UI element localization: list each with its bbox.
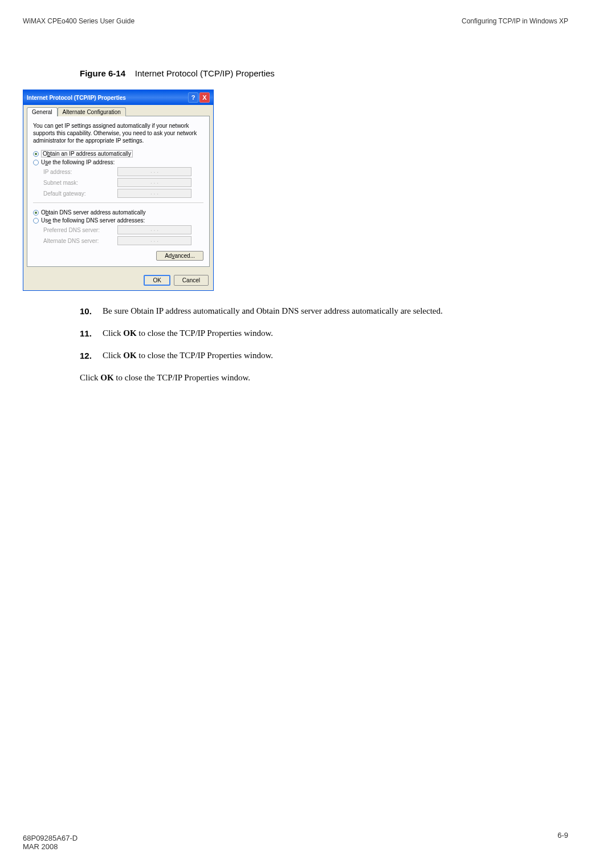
field-label: Preferred DNS server:: [43, 227, 117, 233]
field-subnet: Subnet mask: . . .: [43, 178, 203, 187]
footer-left: 68P09285A67-D MAR 2008: [23, 834, 78, 851]
field-alternate-dns: Alternate DNS server: . . .: [43, 236, 203, 245]
final-text-part: Click: [80, 373, 100, 382]
step-10: 10. Be sure Obtain IP address automatica…: [80, 305, 545, 317]
ip-address-input[interactable]: . . .: [117, 167, 191, 176]
intro-text: You can get IP settings assigned automat…: [33, 122, 203, 144]
alternate-dns-input[interactable]: . . .: [117, 236, 191, 245]
field-label: Alternate DNS server:: [43, 238, 117, 244]
radio-label-part: Us: [41, 217, 48, 224]
tab-content: You can get IP settings assigned automat…: [27, 116, 210, 267]
tcpip-properties-dialog: Internet Protocol (TCP/IP) Properties ? …: [23, 90, 214, 291]
radio-label-part: O: [41, 209, 46, 216]
step-text: Click OK to close the TCP/IP Properties …: [103, 350, 545, 362]
tab-alternate[interactable]: Alternate Configuration: [58, 107, 126, 116]
field-label: Default gateway:: [43, 190, 117, 197]
figure-title: Internet Protocol (TCP/IP) Properties: [135, 68, 275, 78]
doc-date: MAR 2008: [23, 842, 78, 851]
radio-label-part: O: [43, 151, 47, 157]
doc-number: 68P09285A67-D: [23, 834, 78, 842]
step-number: 10.: [80, 305, 103, 317]
radio-use-dns[interactable]: Use the following DNS server addresses:: [33, 217, 203, 224]
field-preferred-dns: Preferred DNS server: . . .: [43, 225, 203, 234]
step-12: 12. Click OK to close the TCP/IP Propert…: [80, 350, 545, 362]
final-text-bold: OK: [100, 373, 113, 382]
step-number: 12.: [80, 350, 103, 362]
step-number: 11.: [80, 327, 103, 339]
figure-caption: Figure 6-14 Internet Protocol (TCP/IP) P…: [80, 68, 568, 78]
gateway-input[interactable]: . . .: [117, 189, 191, 198]
radio-obtain-dns[interactable]: Obtain DNS server address automatically: [33, 209, 203, 216]
radio-obtain-ip[interactable]: Obtain an IP address automatically: [33, 150, 203, 157]
radio-icon: [33, 218, 39, 224]
radio-use-ip[interactable]: Use the following IP address:: [33, 159, 203, 165]
tab-general[interactable]: General: [27, 107, 58, 116]
steps-list: 10. Be sure Obtain IP address automatica…: [80, 305, 545, 362]
step-text: Click OK to close the TCP/IP Properties …: [103, 327, 545, 339]
step-text-bold: OK: [123, 351, 136, 360]
step-text: Be sure Obtain IP address automatically …: [103, 305, 545, 317]
page-number: 6-9: [557, 831, 568, 839]
radio-icon: [33, 210, 39, 216]
figure-number: Figure 6-14: [80, 68, 125, 78]
step-text-part: to close the TCP/IP Properties window.: [137, 351, 273, 360]
preferred-dns-input[interactable]: . . .: [117, 225, 191, 234]
btn-label-part: Ad: [165, 253, 172, 259]
field-label: Subnet mask:: [43, 180, 117, 186]
advanced-button[interactable]: Advanced...: [156, 251, 203, 261]
close-button[interactable]: X: [199, 92, 210, 103]
field-label: IP address:: [43, 169, 117, 175]
step-text-bold: OK: [123, 328, 136, 338]
radio-label-part: tain DNS server address automatically: [48, 209, 145, 216]
field-gateway: Default gateway: . . .: [43, 189, 203, 198]
dns-group: Obtain DNS server address automatically …: [33, 202, 203, 245]
step-text-part: Click: [103, 351, 123, 360]
advanced-row: Advanced...: [33, 251, 203, 261]
help-button[interactable]: ?: [188, 92, 198, 103]
cancel-button[interactable]: Cancel: [174, 275, 209, 286]
radio-icon: [33, 151, 39, 157]
tab-strip: General Alternate Configuration: [23, 105, 213, 116]
btn-label-part: anced...: [174, 253, 195, 259]
titlebar-buttons: ? X: [188, 92, 210, 103]
step-text-part: to close the TCP/IP Properties window.: [137, 328, 273, 338]
step-text-part: Click: [103, 328, 123, 338]
dialog-button-row: OK Cancel: [23, 270, 213, 290]
ok-button[interactable]: OK: [144, 275, 170, 286]
subnet-input[interactable]: . . .: [117, 178, 191, 187]
header-left: WiMAX CPEo400 Series User Guide: [23, 17, 134, 25]
radio-icon: [33, 160, 39, 165]
dialog-title: Internet Protocol (TCP/IP) Properties: [27, 95, 126, 101]
step-11: 11. Click OK to close the TCP/IP Propert…: [80, 327, 545, 339]
final-text-part: to close the TCP/IP Properties window.: [114, 373, 250, 382]
header-right: Configuring TCP/IP in Windows XP: [462, 17, 568, 25]
final-instruction: Click OK to close the TCP/IP Properties …: [80, 372, 568, 384]
field-ip-address: IP address: . . .: [43, 167, 203, 176]
radio-label-part: the following DNS server addresses:: [51, 217, 145, 224]
radio-label-part: tain an IP address automatically: [50, 151, 131, 157]
radio-label-part: e the following IP address:: [48, 159, 115, 165]
dialog-titlebar: Internet Protocol (TCP/IP) Properties ? …: [23, 90, 213, 105]
